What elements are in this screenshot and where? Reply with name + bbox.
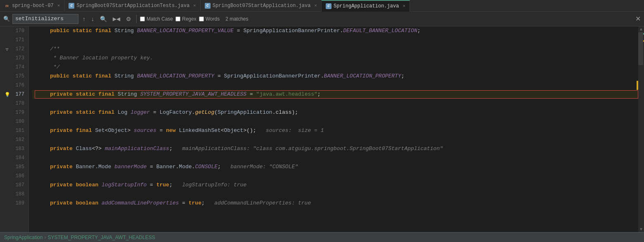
tab-label-spring-application: SpringApplication.java [334,3,399,9]
code-line-182 [32,135,638,144]
code-text-185: private Banner.Mode bannerMode = Banner.… [32,162,298,172]
code-line-178 [32,99,638,108]
scrollbar-thumb[interactable] [638,32,643,65]
prev-match-button[interactable]: ↑ [81,15,87,23]
line-number-181: 181 [9,128,26,134]
tab-label-springboot-start: SpringBoot07StartApplication.java [213,3,311,9]
regex-checkbox[interactable] [175,16,180,21]
line-number-176: 176 [9,82,26,88]
code-area: 170 171 ▽ 172 173 174 175 176 💡 177 [0,26,644,232]
gutter-line-183: 183 [0,144,28,153]
code-line-175: public static final String BANNER_LOCATI… [32,72,638,81]
code-text-173: * Banner location property key. [32,54,153,63]
search-options-button[interactable]: ⚙ [124,15,133,23]
tab-close-spring-application[interactable]: × [402,4,405,9]
search-input[interactable] [12,14,78,24]
tab-springboot-tests[interactable]: C SpringBoot07StartApplicationTests.java… [64,0,200,12]
code-line-186 [32,172,638,181]
line-number-189: 189 [9,200,26,206]
code-line-183: private Class<?> mainApplicationClass; m… [32,144,638,153]
regex-label[interactable]: Regex [175,16,197,22]
java-c-icon-1: C [69,3,74,9]
search-replace-button[interactable]: ▶◀ [111,15,122,23]
gutter-line-189: 189 [0,199,28,208]
scroll-up-arrow[interactable]: ▲ [638,26,644,32]
line-number-177: 177 [9,92,26,97]
code-text-182 [32,135,40,144]
code-text-180 [32,117,40,126]
tab-springboot-start[interactable]: C SpringBoot07StartApplication.java × [201,0,322,12]
gutter-line-180: 180 [0,117,28,126]
gutter-line-184: 184 [0,153,28,162]
tab-label-springboot-tests: SpringBoot07StartApplicationTests.java [76,3,189,9]
code-line-181: private final Set<Object> sources = new … [32,126,638,135]
gutter-line-185: 185 [0,162,28,172]
gutter-line-176: 176 [0,81,28,90]
code-line-174: */ [32,63,638,72]
code-text-183: private Class<?> mainApplicationClass; m… [32,144,443,153]
code-line-184 [32,153,638,162]
status-breadcrumb-item[interactable]: SYSTEM_PROPERTY_JAVA_AWT_HEADLESS [47,235,155,240]
code-line-177: private static final String SYSTEM_PROPE… [32,90,638,99]
line-number-183: 183 [9,146,26,152]
next-match-button[interactable]: ↓ [90,15,96,23]
tab-close-tests[interactable]: × [193,3,196,8]
scroll-track[interactable] [638,32,644,226]
tab-close-start[interactable]: × [314,3,317,8]
code-content: public static final String BANNER_LOCATI… [29,26,638,232]
code-text-172: /** [32,45,60,54]
line-number-180: 180 [9,119,26,125]
code-line-176 [32,81,638,90]
find-icon: 🔍 [3,16,10,22]
code-line-172: /** [32,45,638,54]
java-c-icon-2: C [205,3,211,9]
matches-count: 2 matches [225,16,248,22]
code-text-188 [32,190,40,199]
gutter-line-177: 💡 177 [0,90,28,99]
code-line-188 [32,190,638,199]
line-number-182: 182 [9,137,26,143]
code-line-179: private static final Log logger = LogFac… [32,108,638,117]
line-number-179: 179 [9,110,26,115]
code-text-184 [32,153,40,162]
code-line-189: private boolean addCommandLineProperties… [32,199,638,208]
words-text: Words [206,16,220,22]
scroll-down-arrow[interactable]: ▼ [638,226,644,232]
gutter-line-178: 178 [0,99,28,108]
tab-close-spring-boot-07[interactable]: × [57,3,60,8]
status-breadcrumb-class[interactable]: SpringApplication [4,235,43,240]
search-separator [136,15,137,23]
regex-text: Regex [182,16,197,22]
gutter-line-174: 174 [0,63,28,72]
line-number-172: 172 [9,46,26,52]
gutter-line-170: 170 [0,26,28,35]
gutter-line-172: ▽ 172 [0,45,28,54]
line-number-173: 173 [9,55,26,61]
gutter-line-187: 187 [0,181,28,190]
gutter-line-182: 182 [0,135,28,144]
code-text-179: private static final Log logger = LogFac… [32,108,298,117]
code-line-173: * Banner location property key. [32,54,638,63]
code-line-187: private boolean logStartupInfo = true; l… [32,181,638,190]
gutter-line-173: 173 [0,54,28,63]
code-text-170: public static final String BANNER_LOCATI… [32,26,421,35]
tab-spring-application[interactable]: C SpringApplication.java × [322,0,410,12]
gutter-line-175: 175 [0,72,28,81]
tab-label-spring-boot-07: spring-boot-07 [12,3,54,9]
words-label[interactable]: Words [199,16,220,22]
maven-icon: m [4,3,10,9]
tab-spring-boot-07[interactable]: m spring-boot-07 × [0,0,64,12]
code-text-175: public static final String BANNER_LOCATI… [32,72,405,81]
search-find-button[interactable]: 🔍 [98,15,109,23]
match-case-checkbox[interactable] [140,16,145,21]
bulb-icon-177[interactable]: 💡 [5,92,9,97]
close-search-button[interactable]: ✕ [635,15,641,23]
code-text-176 [32,81,40,90]
words-checkbox[interactable] [199,16,204,21]
fold-icon-172[interactable]: ▽ [5,47,9,52]
match-case-label[interactable]: Match Case [140,16,173,22]
right-gutter: ▲ ▼ [638,26,644,232]
tab-bar: m spring-boot-07 × C SpringBoot07StartAp… [0,0,644,12]
status-bar: SpringApplication › SYSTEM_PROPERTY_JAVA… [0,232,644,242]
code-line-185: private Banner.Mode bannerMode = Banner.… [32,162,638,172]
